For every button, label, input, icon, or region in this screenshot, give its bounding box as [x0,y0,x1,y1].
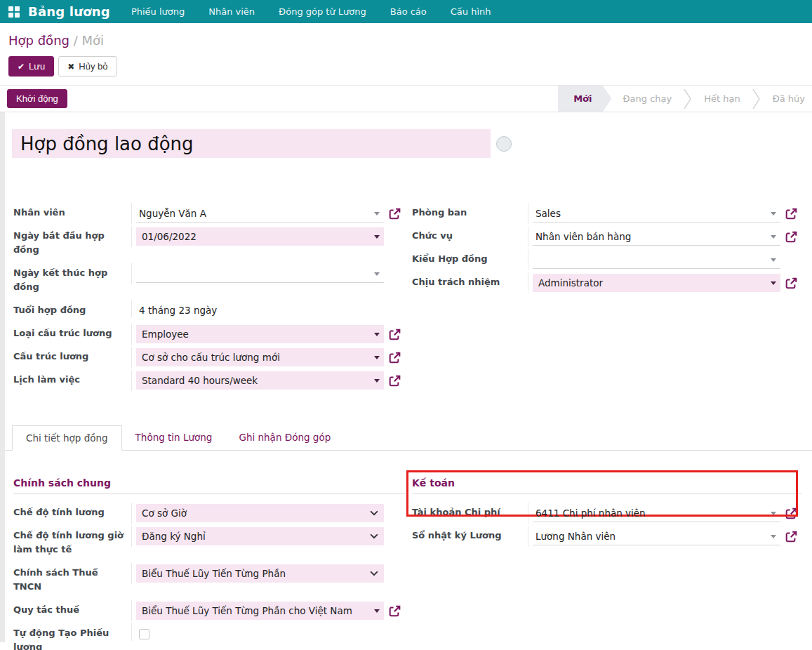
auto-payslip-checkbox[interactable] [139,629,149,639]
field-label-department: Phòng ban [412,203,528,220]
menu-nhan-vien[interactable]: Nhân viên [208,5,255,18]
section-title-general: Chính sách chung [13,477,405,494]
worked-hours-mode-select[interactable]: Đăng ký Nghỉ [136,527,384,545]
caret-down-icon[interactable] [771,235,776,239]
contract-title-input[interactable]: Hợp đồng lao động [12,129,491,158]
chevron-down-icon [370,509,378,517]
job-position-field[interactable]: Nhân viên bán hàng [533,227,780,246]
status-pipeline: Mới Đang chạy Hết hạn Đã hủy [558,86,812,112]
external-link-icon[interactable] [785,231,797,243]
field-label-tax-policy: Chính sách Thuế TNCN [13,563,131,594]
discard-button[interactable]: ✖Hủy bỏ [58,56,117,77]
field-label-expense-account: Tài khoản Chi phí [412,503,528,519]
caret-down-icon[interactable] [374,333,380,336]
field-label-contract-type: Kiểu Hợp đồng [412,249,528,266]
end-date-field[interactable] [136,265,384,283]
field-label-start-date: Ngày bắt đầu hợp đồng [13,226,131,257]
menu-cau-hinh[interactable]: Cấu hình [451,5,491,18]
menu-phieu-luong[interactable]: Phiếu lương [131,5,185,18]
app-title[interactable]: Bảng lương [28,4,110,19]
external-link-icon[interactable] [389,208,401,220]
external-link-icon[interactable] [785,277,797,289]
external-link-icon[interactable] [389,375,401,387]
tax-rule-field[interactable]: Biểu Thuế Lũy Tiến Từng Phần cho Việt Na… [136,602,384,620]
save-button[interactable]: ✔Lưu [8,56,54,77]
external-link-icon[interactable] [389,605,401,617]
accounting-section: Kế toán Tài khoản Chi phí 6411 Chi phí n… [405,477,801,650]
top-navbar: Bảng lương Phiếu lương Nhân viên Đóng gó… [0,0,812,23]
caret-down-icon[interactable] [374,235,380,239]
chevron-right-icon [683,86,693,112]
notebook-tabs: Chi tiết hợp đồng Thông tin Lương Ghi nh… [5,425,812,451]
tax-policy-select[interactable]: Biểu Thuế Lũy Tiến Từng Phần [136,564,384,583]
wage-type-select[interactable]: Cơ sở Giờ [136,504,384,522]
menu-dong-gop[interactable]: Đóng góp từ Lương [279,5,366,18]
caret-down-icon[interactable] [771,535,776,538]
chevron-right-icon [752,86,761,112]
general-policy-section: Chính sách chung Chế độ tính lương Cơ sở… [5,477,405,650]
check-icon: ✔ [18,62,25,72]
department-field[interactable]: Sales [533,204,780,223]
field-label-responsible: Chịu trách nhiệm [412,272,528,289]
field-label-structure-type: Loại cấu trúc lương [13,324,131,340]
caret-down-icon[interactable] [374,272,380,276]
field-label-salary-journal: Sổ nhật ký Lương [412,526,528,543]
start-date-field[interactable]: 01/06/2022 [136,227,384,246]
field-label-job-position: Chức vụ [412,226,528,243]
working-schedule-field[interactable]: Standard 40 hours/week [136,371,384,390]
tab-contribution-register[interactable]: Ghi nhận Đóng góp [225,425,344,450]
caret-down-icon[interactable] [374,212,380,215]
salary-structure-field[interactable]: Cơ sở cho cấu trúc lương mới [136,348,384,366]
external-link-icon[interactable] [389,352,401,364]
caret-down-icon[interactable] [374,609,380,613]
right-field-group: Phòng ban Sales Chức vụ Nhân viên bán hà… [405,203,801,393]
field-label-tax-rule: Quy tắc thuế [13,600,131,617]
contract-age-value: 4 tháng 23 ngày [136,302,405,316]
contract-type-field[interactable] [533,251,780,269]
tab-salary-info[interactable]: Thông tin Lương [122,425,226,450]
start-contract-button[interactable]: Khởi động [7,89,67,108]
status-step-het-han[interactable]: Hết hạn [693,86,751,112]
employee-field[interactable]: Nguyễn Văn A [136,204,384,223]
status-step-moi[interactable]: Mới [558,86,611,112]
status-row: Khởi động Mới Đang chạy Hết hạn Đã hủy [0,86,812,112]
chevron-down-icon [370,569,378,578]
field-label-worked-hours-mode: Chế độ tính lương giờ làm thực tế [13,526,131,557]
external-link-icon[interactable] [389,329,401,340]
caret-down-icon[interactable] [771,281,776,285]
caret-down-icon[interactable] [374,356,380,359]
structure-type-field[interactable]: Employee [136,325,384,343]
expense-account-field[interactable]: 6411 Chi phí nhân viên [533,504,780,522]
breadcrumb-separator: / [74,33,82,48]
section-title-accounting: Kế toán [412,477,801,494]
field-label-working-schedule: Lịch làm việc [13,370,131,387]
caret-down-icon[interactable] [771,258,776,262]
field-label-contract-age: Tuổi hợp đồng [13,300,131,317]
chevron-down-icon [370,532,378,540]
external-link-icon[interactable] [785,508,797,519]
left-field-group: Nhân viên Nguyễn Văn A Ngày bắt đầu hợp … [5,203,405,393]
caret-down-icon[interactable] [374,379,380,383]
external-link-icon[interactable] [785,531,797,543]
caret-down-icon[interactable] [771,512,776,515]
field-label-end-date: Ngày kết thúc hợp đồng [13,263,131,294]
status-step-dang-chay[interactable]: Đang chạy [611,86,683,112]
breadcrumb-parent-link[interactable]: Hợp đồng [8,33,69,48]
external-link-icon[interactable] [785,208,797,220]
field-label-employee: Nhân viên [13,203,131,220]
field-label-auto-payslip: Tự động Tạo Phiếu lương [13,623,131,650]
breadcrumb-current: Mới [82,33,105,48]
status-step-da-huy[interactable]: Đã hủy [761,86,812,112]
apps-grid-icon[interactable] [8,6,20,18]
close-icon: ✖ [67,62,74,72]
breadcrumb: Hợp đồng / Mới [8,33,801,48]
responsible-field[interactable]: Administrator [533,274,780,292]
caret-down-icon[interactable] [771,212,776,215]
field-label-wage-type: Chế độ tính lương [13,503,131,519]
salary-journal-field[interactable]: Lương Nhân viên [533,527,780,545]
main-menu: Phiếu lương Nhân viên Đóng góp từ Lương … [131,5,491,18]
menu-bao-cao[interactable]: Báo cáo [390,5,427,18]
avatar-circle[interactable] [496,136,512,152]
form-sheet: Hợp đồng lao động Nhân viên Nguyễn Văn A… [0,112,812,642]
tab-contract-details[interactable]: Chi tiết hợp đồng [12,425,122,451]
